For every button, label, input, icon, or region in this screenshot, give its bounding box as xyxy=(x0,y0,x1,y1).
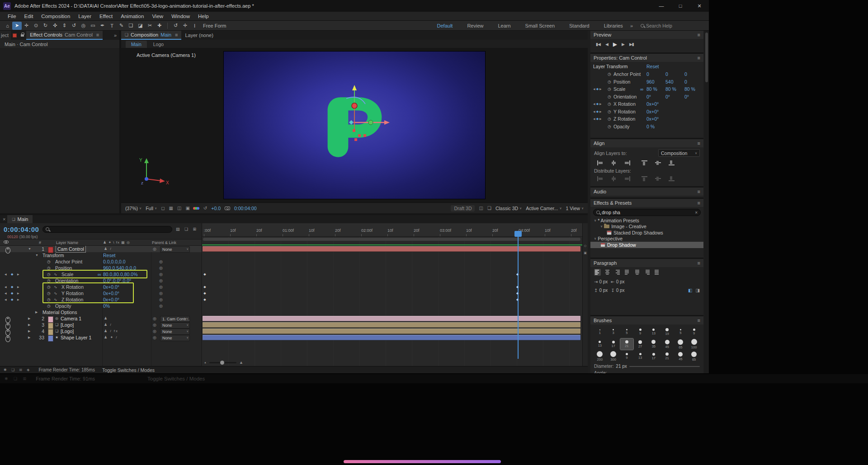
property-value[interactable]: 0 % xyxy=(646,124,665,129)
next-keyframe-icon[interactable]: ▶ xyxy=(17,284,19,290)
first-frame-button[interactable]: ▮◀ xyxy=(596,42,600,47)
layer-row-4[interactable]: ▶4❏[Logo]♟ / fx◎None xyxy=(0,328,202,334)
transform-group-row[interactable]: ▼TransformReset xyxy=(0,252,202,258)
stopwatch-icon[interactable]: ◷ xyxy=(47,265,51,271)
paragraph-justify-all-icon[interactable] xyxy=(654,269,660,276)
magnification-dropdown[interactable]: (37%)∨ xyxy=(125,206,142,211)
zoom-slider-thumb[interactable] xyxy=(220,361,224,365)
paragraph-justify-last-center-icon[interactable] xyxy=(634,269,641,276)
orbit-camera-tool-icon[interactable]: ↻ xyxy=(41,22,50,30)
property-value[interactable]: 0x+0° xyxy=(646,109,665,114)
align-bottom-icon[interactable] xyxy=(668,160,675,166)
property-value[interactable]: 960 xyxy=(646,79,665,85)
stopwatch-icon[interactable]: ◷ xyxy=(608,102,613,106)
keyframe-icon[interactable]: ◆ xyxy=(596,102,599,106)
workspace-review[interactable]: Review xyxy=(467,23,483,28)
brush-preset-35[interactable]: 35 xyxy=(647,338,660,350)
previous-keyframe-icon[interactable]: ◀ xyxy=(593,117,595,121)
maximize-button[interactable]: □ xyxy=(671,0,690,12)
stopwatch-icon[interactable]: ◷ xyxy=(47,284,51,290)
stopwatch-icon[interactable]: ◷ xyxy=(47,271,51,277)
dolly-camera-tool-icon[interactable]: ⇕ xyxy=(60,22,69,30)
brush-preset-65[interactable]: 65 xyxy=(674,338,688,350)
field-value[interactable]: 0 px xyxy=(599,279,608,284)
property-value[interactable]: 0 xyxy=(665,71,684,77)
rotation-tool-icon[interactable]: ↺ xyxy=(69,22,79,30)
composition-tab[interactable]: ❏ Composition Main ≡ xyxy=(121,31,181,40)
menu-layer[interactable]: Layer xyxy=(74,12,95,20)
playhead-handle[interactable] xyxy=(514,231,522,237)
properties-panel-header[interactable]: Properties: Cam Control ≡ xyxy=(590,54,703,62)
resolution-dropdown[interactable]: Full∨ xyxy=(146,206,157,211)
menu-effect[interactable]: Effect xyxy=(95,12,117,20)
panel-menu-icon[interactable]: ≡ xyxy=(698,141,700,146)
pick-whip-icon[interactable]: ◎ xyxy=(159,303,163,309)
property-value[interactable]: 0x+0° xyxy=(646,116,665,122)
property-value[interactable]: 0.0,0.0,0.0 xyxy=(103,258,126,265)
stopwatch-icon[interactable]: ◷ xyxy=(47,258,51,265)
stopwatch-icon[interactable]: ◷ xyxy=(47,303,51,309)
scrollbar[interactable] xyxy=(704,31,709,373)
panel-menu-icon[interactable]: ≡ xyxy=(698,55,700,61)
previous-keyframe-icon[interactable]: ◀ xyxy=(5,271,7,277)
property-value[interactable]: 0x+0.0° xyxy=(103,290,119,296)
hand-tool-icon[interactable]: ✛ xyxy=(22,22,31,30)
keyframe-icon[interactable]: ◆ xyxy=(11,290,13,296)
property-value[interactable]: 0° xyxy=(646,94,665,99)
property-row-y-rotation[interactable]: ◀◆▶◷∿Y Rotation0x+0.0°◎ xyxy=(0,290,202,296)
distribute-bottom-icon[interactable] xyxy=(624,176,631,182)
stopwatch-icon[interactable]: ◷ xyxy=(47,296,51,303)
brush-tool-icon[interactable]: ✎ xyxy=(117,22,126,30)
audio-panel-header[interactable]: Audio ≡ xyxy=(590,188,703,196)
layer-duration-bar[interactable] xyxy=(203,316,580,321)
layer-row-33[interactable]: ▶33★Shape Layer 1♟ ✦ /◎None xyxy=(0,334,202,341)
preset-item-stacked-drop-shadows[interactable]: Stacked Drop Shadows xyxy=(590,230,703,236)
transform-gizmo[interactable] xyxy=(327,83,413,164)
brushes-panel-header[interactable]: Brushes ≡ xyxy=(590,316,703,324)
comp-tab-main[interactable]: Main xyxy=(126,41,147,48)
previous-keyframe-icon[interactable]: ◀ xyxy=(5,284,7,290)
keyframe-icon[interactable]: ◆ xyxy=(11,296,13,303)
property-value[interactable]: 0x+0° xyxy=(646,101,665,107)
field-value[interactable]: 0 px xyxy=(616,288,625,293)
align-left-icon[interactable] xyxy=(597,160,604,166)
zoom-in-icon[interactable]: ▲ xyxy=(239,360,243,365)
property-value[interactable]: 0 xyxy=(646,71,665,77)
layer-name[interactable]: [Logo] xyxy=(61,328,74,334)
effects-search-input[interactable] xyxy=(602,210,695,215)
renderer-dropdown[interactable]: Classic 3D∨ xyxy=(495,206,522,211)
dolly-towards-cursor-icon[interactable]: I xyxy=(190,22,199,30)
stopwatch-icon[interactable]: ◷ xyxy=(47,277,51,284)
brush-preset-5[interactable]: 5 xyxy=(620,326,634,338)
stopwatch-icon[interactable]: ◷ xyxy=(608,117,613,121)
layer-switches[interactable]: ♟ / xyxy=(104,322,112,328)
brush-preset-21[interactable]: 21 xyxy=(660,351,674,362)
play-button[interactable]: ▶ xyxy=(613,41,617,47)
keyframe-icon[interactable]: ◆ xyxy=(202,284,208,290)
keyframe-icon[interactable]: ◆ xyxy=(596,117,599,121)
layer-duration-bar[interactable] xyxy=(203,246,580,252)
comp-tab-logo[interactable]: Logo xyxy=(148,41,169,48)
stopwatch-icon[interactable]: ◷ xyxy=(608,109,613,114)
workspace-libraries[interactable]: Libraries xyxy=(604,23,623,28)
property-row-opacity[interactable]: ◷Opacity0%◎ xyxy=(0,303,202,309)
space-before-field[interactable]: ↥0 px xyxy=(594,288,608,293)
indent-left-field[interactable]: ⇥0 px xyxy=(594,279,608,284)
draft-3d-toggle[interactable]: Draft 3D xyxy=(451,205,475,211)
next-keyframe-icon[interactable]: ▶ xyxy=(599,110,602,113)
panel-resize-icon[interactable]: ▣ xyxy=(584,251,587,255)
keyframe-icon[interactable]: ◆ xyxy=(596,110,599,113)
reset-exposure-icon[interactable]: ↺ xyxy=(203,206,207,211)
brush-preset-200[interactable]: 200 xyxy=(593,351,607,362)
timeline-search[interactable] xyxy=(42,226,172,233)
property-row-anchor-point[interactable]: ◷Anchor Point0.0,0.0,0.0◎ xyxy=(0,258,202,265)
layer-switches[interactable]: ♟ / xyxy=(104,246,112,252)
pan-under-cursor-icon[interactable]: ✛ xyxy=(180,22,190,30)
parent-dropdown[interactable]: None xyxy=(160,322,190,329)
composition-frame[interactable] xyxy=(224,52,485,199)
orbit-around-cursor-icon[interactable]: ↺ xyxy=(171,22,180,30)
distribute-right-icon[interactable] xyxy=(668,176,675,182)
eraser-tool-icon[interactable]: ◪ xyxy=(136,22,145,30)
property-row-x-rotation[interactable]: ◀◆▶◷∿X Rotation0x+0.0°◎ xyxy=(0,284,202,290)
paragraph-align-left-icon[interactable] xyxy=(594,269,601,276)
